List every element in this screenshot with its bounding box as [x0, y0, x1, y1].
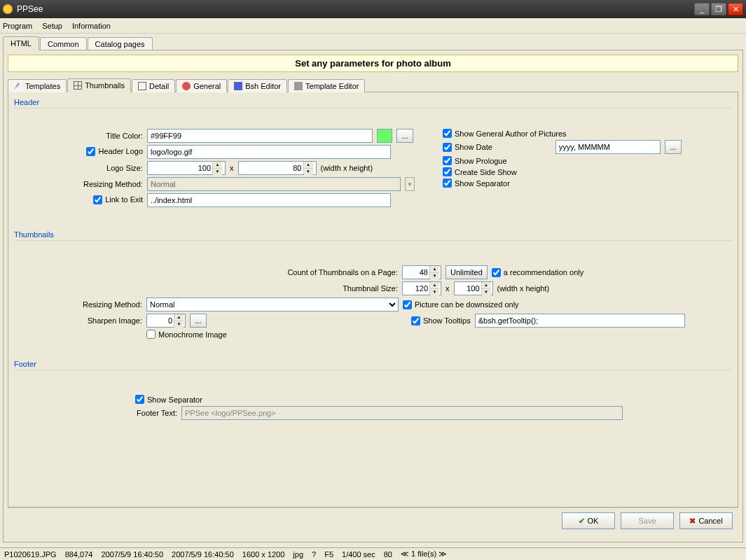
width-x-height-x: x — [230, 164, 234, 172]
title-color-swatch[interactable] — [377, 129, 392, 143]
thumb-height-input[interactable] — [455, 282, 481, 295]
menu-information[interactable]: Information — [72, 22, 111, 30]
sub-tabs: Templates Thumbnails Detail General Bsh … — [8, 76, 738, 92]
chevron-down-icon[interactable]: ▼ — [405, 177, 415, 191]
date-format-browse-button[interactable]: ... — [665, 140, 682, 154]
link-to-exit-label: Link to Exit — [105, 195, 143, 204]
footer-text-label: Footer Text: — [135, 409, 177, 417]
link-to-exit-input[interactable] — [147, 193, 391, 207]
logo-height-spinner[interactable]: ▲▼ — [303, 162, 313, 174]
ok-button[interactable]: ✔OK — [562, 512, 615, 529]
thumb-width-input[interactable] — [403, 282, 429, 295]
thumb-wh-note: (width x height) — [497, 284, 550, 293]
app-title: PPSee — [17, 4, 694, 14]
resizing-method-label: Resizing Method: — [83, 180, 143, 188]
header-show-separator-check[interactable] — [443, 178, 452, 188]
menu-setup[interactable]: Setup — [42, 22, 62, 30]
status-q: ? — [312, 550, 316, 559]
header-logo-input[interactable] — [147, 145, 391, 159]
status-dims: 1600 x 1200 — [242, 550, 285, 559]
unlimited-button[interactable]: Unlimited — [445, 265, 488, 279]
banner: Set any parameters for photo album — [8, 55, 738, 72]
sharpen-label: Sharpen Image: — [20, 316, 142, 325]
status-size: 884,074 — [65, 550, 93, 559]
sharpen-input[interactable] — [147, 314, 174, 327]
show-tooltips-check[interactable] — [411, 316, 420, 326]
logo-width-input[interactable] — [148, 162, 212, 174]
title-color-input[interactable] — [147, 129, 373, 143]
tab-catalog-pages[interactable]: Catalog pages — [88, 37, 153, 50]
sharpen-spinner[interactable]: ▲▼ — [174, 314, 184, 327]
status-f: F5 — [324, 550, 333, 559]
sharpen-browse-button[interactable]: ... — [190, 314, 207, 328]
header-resizing-select[interactable] — [147, 177, 401, 191]
status-nav: ≪ 1 file(s) ≫ — [401, 550, 447, 559]
show-prologue-label: Show Prologue — [455, 157, 507, 165]
footer-text-input[interactable] — [181, 406, 623, 420]
square-gray-icon — [294, 82, 303, 90]
save-button[interactable]: Save — [621, 512, 674, 529]
subtab-templates[interactable]: Templates — [8, 79, 67, 92]
tab-html[interactable]: HTML — [3, 36, 39, 50]
subtab-template-editor[interactable]: Template Editor — [288, 79, 365, 92]
create-slideshow-check[interactable] — [443, 167, 452, 176]
subtab-thumbnails[interactable]: Thumbnails — [67, 78, 131, 92]
title-bar: PPSee _ ❐ ✕ — [0, 0, 746, 18]
show-prologue-check[interactable] — [443, 156, 452, 165]
status-iso: 80 — [384, 550, 392, 559]
square-blue-icon — [234, 82, 242, 90]
header-logo-label: Header Logo — [98, 147, 143, 155]
downsized-check[interactable] — [403, 300, 412, 309]
count-spinner[interactable]: ▲▼ — [429, 266, 439, 279]
triangle-icon — [14, 82, 22, 90]
recommendation-check[interactable] — [492, 268, 501, 277]
monochrome-label: Monochrome Image — [158, 330, 227, 339]
title-color-label: Title Color: — [83, 132, 143, 140]
thumb-x: x — [445, 284, 450, 293]
app-icon — [3, 4, 13, 14]
subtab-bsh-editor[interactable]: Bsh Editor — [228, 79, 287, 92]
subtab-detail[interactable]: Detail — [132, 79, 175, 92]
circle-icon — [182, 82, 191, 90]
footer-show-separator-label: Show Separator — [147, 396, 202, 404]
title-color-browse-button[interactable]: ... — [396, 129, 413, 143]
status-date1: 2007/5/9 16:40:50 — [101, 550, 163, 559]
show-author-check[interactable] — [443, 129, 452, 138]
minimize-button[interactable]: _ — [694, 3, 710, 15]
thumb-resizing-select[interactable]: Normal — [146, 298, 399, 312]
tab-common[interactable]: Common — [40, 37, 87, 50]
logo-height-input[interactable] — [239, 162, 303, 174]
show-date-check[interactable] — [443, 143, 452, 152]
thumb-height-spinner[interactable]: ▲▼ — [481, 282, 491, 295]
close-button[interactable]: ✕ — [728, 3, 743, 15]
top-tabs: HTML Common Catalog pages — [3, 35, 743, 50]
thumb-width-spinner[interactable]: ▲▼ — [429, 282, 439, 295]
monochrome-check[interactable] — [146, 330, 156, 339]
header-logo-check[interactable] — [86, 147, 95, 156]
create-slideshow-label: Create Side Show — [455, 168, 517, 176]
subtab-general[interactable]: General — [176, 79, 227, 92]
tooltips-input[interactable] — [475, 314, 685, 328]
count-thumbnails-input[interactable] — [403, 266, 429, 279]
show-date-label: Show Date — [455, 143, 492, 151]
status-bar: P1020619.JPG 884,074 2007/5/9 16:40:50 2… — [0, 547, 746, 560]
restore-button[interactable]: ❐ — [711, 3, 726, 15]
show-author-label: Show General Author of Pictures — [455, 130, 567, 138]
footer-show-separator-check[interactable] — [135, 395, 144, 404]
status-shutter: 1/400 sec — [342, 550, 375, 559]
thumbnails-section-title: Thumbnails — [14, 230, 732, 241]
count-thumbnails-label: Count of Thumbnails on a Page: — [20, 268, 398, 276]
grid-icon — [74, 81, 82, 90]
downsized-label: Picture can be downsized only — [415, 300, 519, 309]
show-tooltips-label: Show Tooltips — [423, 316, 471, 325]
date-format-input[interactable] — [555, 140, 661, 154]
status-file: P1020619.JPG — [4, 550, 57, 559]
menu-program[interactable]: Program — [3, 22, 32, 30]
dialog-buttons: ✔OK Save ✖Cancel — [8, 507, 738, 533]
link-to-exit-check[interactable] — [93, 195, 102, 204]
cancel-button[interactable]: ✖Cancel — [679, 512, 733, 529]
logo-width-spinner[interactable]: ▲▼ — [212, 162, 222, 174]
window-buttons: _ ❐ ✕ — [694, 3, 743, 15]
thumbnail-size-label: Thumbnail Size: — [20, 284, 398, 293]
header-section-title: Header — [14, 98, 732, 108]
